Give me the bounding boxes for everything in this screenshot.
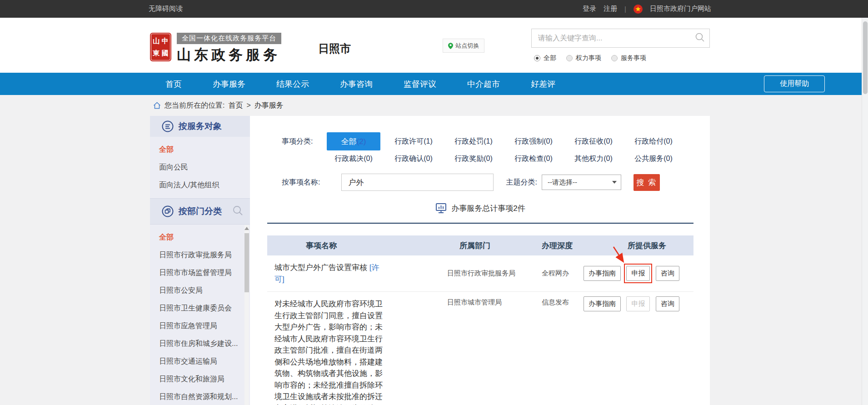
category-gonggongfuwu[interactable]: 公共服务(0) bbox=[624, 154, 683, 164]
platform-label: 全国一体化在线政务服务平台 bbox=[177, 33, 281, 44]
dropdown-arrow-icon bbox=[612, 181, 617, 184]
table-top-divider bbox=[267, 223, 693, 224]
table-row: 对未经城市人民政府市容环境卫生行政主管部门同意，擅自设置大型户外广告，影响市容的… bbox=[267, 292, 693, 405]
category-xingzhengcaijue[interactable]: 行政裁决(0) bbox=[324, 154, 384, 164]
department-item[interactable]: 日照市交通运输局 bbox=[159, 352, 250, 370]
category-xingzhengqiangzhi[interactable]: 行政强制(0) bbox=[504, 137, 564, 146]
item-name-link[interactable]: 对未经城市人民政府市容环境卫生行政主管部门同意，擅自设置大型户外广告，影响市容的… bbox=[274, 298, 383, 405]
portal-link[interactable]: 日照市政府门户网站 bbox=[650, 5, 711, 13]
guide-button[interactable]: 办事指南 bbox=[584, 296, 621, 311]
help-button[interactable]: 使用帮助 bbox=[764, 75, 825, 92]
category-xingzhengjiangli[interactable]: 行政奖励(0) bbox=[444, 154, 504, 164]
radio-unselected-icon bbox=[611, 55, 618, 61]
department-item[interactable]: 日照市市场监督管理局 bbox=[159, 264, 250, 281]
department-item[interactable]: 日照市文化和旅游局 bbox=[159, 370, 250, 388]
category-xingzhengjiancha[interactable]: 行政检查(0) bbox=[504, 154, 564, 164]
department-item[interactable]: 日照市行政审批服务局 bbox=[159, 246, 250, 264]
category-all-button[interactable]: 全部(2) bbox=[327, 132, 380, 150]
item-name-link[interactable]: 城市大型户外广告设置审核 bbox=[274, 263, 367, 272]
table-row: 城市大型户外广告设置审核 [许可] 日照市行政审批服务局 全程网办 办事指南 申… bbox=[267, 255, 693, 292]
nav-item-results[interactable]: 结果公示 bbox=[261, 79, 324, 90]
category-filter: 事项分类: 全部(2) 行政许可(1) 行政处罚(1) 行政强制(0) 行政征收… bbox=[267, 132, 693, 164]
department-search-icon[interactable] bbox=[232, 205, 243, 218]
browser-scrollbar-thumb[interactable] bbox=[863, 21, 868, 94]
result-summary: 办事服务总计事项2件 bbox=[267, 203, 693, 214]
home-icon bbox=[153, 102, 161, 109]
filter-sidebar: 按服务对象 全部 面向公民 面向法人/其他组织 按部门分类 全部 日照市行政审批… bbox=[150, 116, 250, 405]
topbar: 无障碍阅读 登录 注册 | ★ 日照市政府门户网站 bbox=[0, 0, 868, 18]
accessibility-link[interactable]: 无障碍阅读 bbox=[149, 5, 183, 13]
breadcrumb-current: 办事服务 bbox=[254, 101, 284, 110]
nav-item-supervision[interactable]: 监督评议 bbox=[388, 79, 452, 90]
search-icon[interactable] bbox=[695, 32, 705, 44]
category-xingzhenggeifu[interactable]: 行政给付(0) bbox=[624, 137, 683, 146]
consult-button[interactable]: 咨询 bbox=[656, 296, 679, 311]
city-name: 日照市 bbox=[318, 41, 351, 56]
topic-category-select[interactable]: --请选择-- bbox=[542, 175, 621, 190]
content-area: 按服务对象 全部 面向公民 面向法人/其他组织 按部门分类 全部 日照市行政审批… bbox=[150, 116, 710, 405]
audience-item-citizen[interactable]: 面向公民 bbox=[159, 158, 250, 176]
search-button[interactable]: 搜 索 bbox=[634, 174, 660, 191]
scrollbar-up-arrow-icon[interactable] bbox=[244, 227, 249, 230]
nav-item-services[interactable]: 办事服务 bbox=[197, 79, 261, 90]
location-pin-icon bbox=[448, 43, 453, 49]
category-qitaquanli[interactable]: 其他权力(0) bbox=[564, 154, 624, 164]
nav-item-consult[interactable]: 办事咨询 bbox=[324, 79, 388, 90]
department-item-all[interactable]: 全部 bbox=[159, 228, 250, 246]
department-item[interactable]: 日照市应急管理局 bbox=[159, 317, 250, 335]
breadcrumb-prefix: 您当前所在的位置: bbox=[165, 101, 224, 110]
browser-scrollbar[interactable] bbox=[862, 18, 868, 405]
header-depth: 办理深度 bbox=[540, 240, 584, 251]
item-depth: 信息发布 bbox=[540, 292, 584, 307]
audience-list: 全部 面向公民 面向法人/其他组织 bbox=[150, 137, 250, 198]
department-item[interactable]: 日照市卫生健康委员会 bbox=[159, 299, 250, 317]
breadcrumb: 您当前所在的位置: 首页 > 办事服务 bbox=[153, 95, 868, 116]
site-logo[interactable]: 山 中 東 國 全国一体化在线政务服务平台 山东政务服务 bbox=[150, 33, 281, 65]
apply-button[interactable]: 申报 bbox=[626, 266, 650, 281]
nav-item-rating[interactable]: 好差评 bbox=[515, 79, 571, 90]
annotation-highlight-box: 申报 bbox=[626, 266, 650, 281]
header: 山 中 東 國 全国一体化在线政务服务平台 山东政务服务 日照市 站点切换 bbox=[0, 18, 868, 73]
nav-item-home[interactable]: 首页 bbox=[150, 79, 197, 90]
category-xingzhengzhengshou[interactable]: 行政征收(0) bbox=[564, 137, 624, 146]
item-name-input[interactable] bbox=[341, 174, 494, 191]
header-services: 所提供服务 bbox=[584, 240, 693, 251]
breadcrumb-home-link[interactable]: 首页 bbox=[228, 101, 243, 110]
main-nav: 首页 办事服务 结果公示 办事咨询 监督评议 中介超市 好差评 使用帮助 bbox=[0, 73, 868, 95]
sidebar-section-audience: 按服务对象 bbox=[150, 116, 250, 137]
department-category-icon bbox=[162, 205, 174, 217]
site-name: 山东政务服务 bbox=[177, 45, 281, 65]
audience-item-all[interactable]: 全部 bbox=[159, 140, 250, 158]
scope-radio-service-items[interactable]: 服务事项 bbox=[611, 54, 646, 62]
topbar-divider: | bbox=[624, 5, 626, 13]
category-xingzhengchufa[interactable]: 行政处罚(1) bbox=[444, 137, 504, 146]
register-link[interactable]: 注册 bbox=[604, 5, 617, 13]
sidebar-scrollbar[interactable] bbox=[244, 225, 249, 405]
main-panel: 事项分类: 全部(2) 行政许可(1) 行政处罚(1) 行政强制(0) 行政征收… bbox=[250, 116, 710, 405]
department-item[interactable]: 日照市自然资源和规划... bbox=[159, 388, 250, 405]
radio-selected-icon bbox=[534, 55, 540, 61]
consult-button[interactable]: 咨询 bbox=[656, 266, 679, 281]
audience-item-legal[interactable]: 面向法人/其他组织 bbox=[159, 176, 250, 194]
guide-button[interactable]: 办事指南 bbox=[584, 266, 621, 281]
header-department: 所属部门 bbox=[440, 240, 540, 251]
breadcrumb-separator: > bbox=[246, 101, 250, 110]
department-list: 全部 日照市行政审批服务局 日照市市场监督管理局 日照市公安局 日照市卫生健康委… bbox=[150, 225, 250, 405]
scope-radio-all[interactable]: 全部 bbox=[534, 54, 556, 62]
login-link[interactable]: 登录 bbox=[583, 5, 596, 13]
department-item[interactable]: 日照市住房和城乡建设... bbox=[159, 335, 250, 352]
keyword-search-box bbox=[531, 29, 710, 48]
category-filter-label: 事项分类: bbox=[282, 132, 324, 164]
item-department: 日照市城市管理局 bbox=[440, 292, 540, 307]
site-switch-button[interactable]: 站点切换 bbox=[443, 39, 484, 53]
category-xingzhengxuke[interactable]: 行政许可(1) bbox=[384, 137, 444, 146]
category-xingzhengqueren[interactable]: 行政确认(0) bbox=[384, 154, 444, 164]
shandong-seal-icon: 山 中 東 國 bbox=[150, 33, 171, 61]
scope-radio-power-items[interactable]: 权力事项 bbox=[566, 54, 601, 62]
item-name-label: 按事项名称: bbox=[282, 178, 320, 187]
department-item[interactable]: 日照市公安局 bbox=[159, 281, 250, 299]
scrollbar-thumb[interactable] bbox=[244, 233, 249, 292]
nav-item-intermediary[interactable]: 中介超市 bbox=[452, 79, 515, 90]
table-header-row: 事项名称 所属部门 办理深度 所提供服务 bbox=[267, 235, 693, 255]
keyword-search-input[interactable] bbox=[532, 34, 695, 42]
